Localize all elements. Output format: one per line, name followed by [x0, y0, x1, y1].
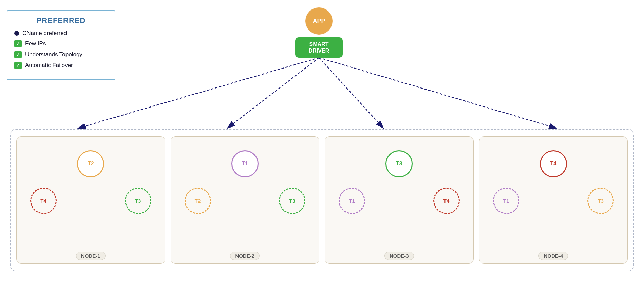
node-4-label: NODE-4	[538, 252, 568, 260]
app-node: APP	[305, 7, 333, 35]
arrow-to-node3	[319, 58, 383, 128]
legend-item-cname: CName preferred	[14, 30, 108, 37]
dot-icon	[14, 31, 19, 36]
node-1-label: NODE-1	[76, 252, 106, 260]
node3-secondary-t4: T4	[433, 188, 460, 214]
node-3-card: T3 T1 T4 NODE-3	[325, 136, 474, 264]
legend-title: PREFERRED	[14, 16, 108, 25]
node1-primary-t2: T2	[77, 150, 104, 177]
node2-secondary-t2: T2	[185, 188, 211, 214]
check-icon-failover: ✓	[14, 62, 22, 69]
node4-primary-t4: T4	[540, 150, 567, 177]
node4-secondary-t1: T1	[493, 188, 519, 214]
legend-item-failover: ✓ Automatic Failover	[14, 62, 108, 69]
smart-driver-box: SMARTDRIVER	[295, 37, 343, 58]
nodes-container: T2 T4 T3 NODE-1 T1 T2 T3 NODE-2 T3 T1 T4	[10, 129, 634, 271]
node2-primary-t1: T1	[231, 150, 259, 177]
legend-item-few-ips: ✓ Few IPs	[14, 40, 108, 47]
check-icon-few-ips: ✓	[14, 40, 22, 47]
legend-label-few-ips: Few IPs	[25, 40, 46, 47]
legend-item-topology: ✓ Understands Topology	[14, 51, 108, 58]
node-2-label: NODE-2	[230, 252, 260, 260]
node-3-label: NODE-3	[384, 252, 414, 260]
node2-secondary-t3: T3	[279, 188, 305, 214]
node3-primary-t3: T3	[385, 150, 413, 177]
arrow-to-node4	[319, 58, 556, 128]
node1-secondary-t4: T4	[30, 188, 57, 214]
node-2-card: T1 T2 T3 NODE-2	[171, 136, 320, 264]
legend-label-failover: Automatic Failover	[25, 62, 73, 69]
legend-label-topology: Understands Topology	[25, 51, 82, 58]
node-4-card: T4 T1 T3 NODE-4	[479, 136, 628, 264]
check-icon-topology: ✓	[14, 51, 22, 58]
legend-box: PREFERRED CName preferred ✓ Few IPs ✓ Un…	[7, 10, 115, 80]
node1-secondary-t3: T3	[125, 188, 151, 214]
node3-secondary-t1: T1	[339, 188, 365, 214]
node4-secondary-t3: T3	[587, 188, 614, 214]
smart-driver-label: SMARTDRIVER	[309, 41, 329, 54]
arrow-to-node2	[227, 58, 319, 128]
legend-label-cname: CName preferred	[22, 30, 67, 37]
node-1-card: T2 T4 T3 NODE-1	[16, 136, 165, 264]
